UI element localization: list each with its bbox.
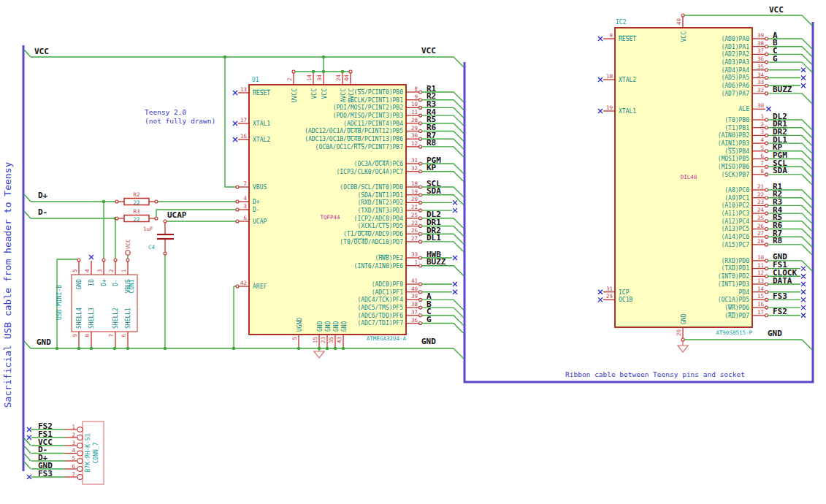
note-ribbon-cable: Ribbon cable between Teensy pins and soc… [565,370,745,378]
pin-number: 40 [411,286,418,292]
resistor-r3: R3 22 [117,208,156,223]
pin-number: 23 [320,337,326,343]
net-label: R8 [427,138,436,148]
pin-name: (WR)PD6 [724,305,749,311]
pin-number: 35 [757,64,764,70]
pin-name: (OC3A/OC4A)PC6 [354,161,404,167]
pin-end [765,306,768,309]
pin-end [419,145,422,148]
pin-number: 27 [411,235,418,242]
pin-end [765,84,768,87]
pin-number: 10 [411,101,418,107]
pin-number: 1 [121,269,127,272]
no-connect-icon [801,83,806,88]
net-label: SDA [773,166,787,175]
net-label: FS2 [773,307,787,316]
con1-value: USB-MINI-B [56,285,63,320]
pin-name: (INT6/AIN0)PE6 [354,263,404,270]
pin-end [765,298,768,301]
pin-number: 20 [411,196,418,202]
connector-pin-circle [77,467,83,472]
pin-name: (ICP2/ADC8)PD4 [354,215,404,222]
note-usb-cable: Sacrificial USB cable from header to Tee… [2,162,13,408]
connector-pin-circle [77,459,83,464]
junction-dot [102,200,106,204]
junction-dot [297,347,301,351]
connector-pin-circle [77,435,83,440]
pin-number: 25 [757,215,764,221]
net-wire [768,93,813,104]
pin-number: 9 [609,32,613,39]
pin-end [164,252,167,255]
pin-name: (RXD/INT2)PD2 [357,199,403,206]
pin-number: 4 [72,447,75,454]
pin-number: 38 [411,301,418,308]
pin-number: 8 [760,168,764,175]
resistor-r2: R2 22 [117,191,156,206]
note-teensy-line2: (not fully drawn) [145,117,215,125]
bus-entry [24,446,31,454]
pin-number: 39 [757,32,764,39]
pin-name: (ADC12/OC1A/OC4B/PCINT12)PB5 [305,128,403,134]
pin-end [765,228,768,231]
vcc-symbol-circle [126,251,130,255]
pin-name: (AD6)PA6 [721,83,749,89]
pin-end [765,275,768,278]
pin-name: (AD1)PA1 [721,44,749,50]
pin-end [765,220,768,223]
pin-end [765,142,768,145]
pin-end [419,162,422,165]
pin-number: 11 [411,109,418,115]
pin-number: 8 [84,334,91,337]
pin-number: 27 [757,230,764,237]
pin-end [419,217,422,220]
pin-end [419,240,422,243]
no-connect-icon [453,208,457,213]
pin-name: (A14)PC6 [721,234,749,240]
capacitor-c4: 1uF C4 [143,221,174,253]
pin-end [102,259,105,261]
pin-name: AREF [253,283,267,290]
pin-name: XTAL1 [619,108,636,115]
pin-end [236,208,239,211]
pin-end [419,170,422,173]
junction-dot [312,70,316,74]
u1-footprint: TQFP44 [320,214,340,221]
aref-gnd-wire [234,286,238,348]
pin-number: 12 [757,270,764,276]
net-label-vcc: VCC [769,5,784,15]
pin-end [681,338,684,341]
net-label-dminus: D- [38,207,47,217]
pin-name: (INT0)PD2 [718,273,750,280]
no-connect-icon [801,297,806,302]
pin-name: (AD2)PA2 [721,51,749,58]
pin-number: 42 [240,280,247,286]
pin-name: SHELL1 [125,308,131,329]
pin-number: 7 [72,471,75,478]
junction-dot [90,347,93,351]
pin-number: 40 [676,18,682,25]
pin-end [292,70,295,73]
pin-end [419,91,422,93]
pin-end [765,150,768,153]
pin-name: (T0/OC4D/ADC10)PD7 [340,239,403,245]
pin-name: (TXD/INT3)PD3 [357,207,403,214]
net-label: BUZZ [773,85,792,94]
junction-dot [223,56,227,59]
pin-end [419,256,422,259]
pin-name: (ADC0)PF0 [372,281,404,288]
pin-number: 44 [343,74,350,81]
pin-name: (ADC13/OC1B/OC4B/PCINT13)PB6 [305,136,403,142]
pin-number: 35 [328,337,334,343]
pin-number: 19 [411,188,418,195]
pin-end [155,217,158,220]
pin-number: 20 [676,329,682,337]
pin-name: (MOSI)PB5 [718,156,750,162]
pin-end [765,134,768,137]
pin-end [419,122,422,125]
pin-number: 3 [72,440,75,446]
no-connect-icon [801,305,806,310]
pin-end [765,77,768,80]
pin-name: (TXD)PD1 [721,265,749,272]
pin-end [164,220,167,223]
